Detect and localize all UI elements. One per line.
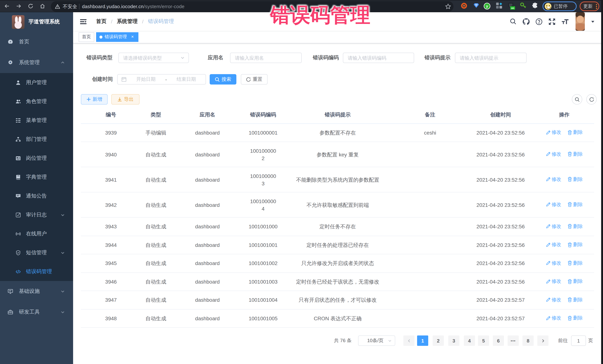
hamburger-icon[interactable] (80, 18, 87, 25)
edit-link[interactable]: 修改 (546, 314, 561, 322)
filter-app-input[interactable] (230, 53, 302, 63)
sidebar-item-auditlog[interactable]: 审计日志 (0, 205, 73, 224)
sidebar-item-sms[interactable]: 短信管理 (0, 243, 73, 262)
address-bar[interactable]: 不安全 dashboard.yudao.iocoder.cn/system/er… (51, 1, 453, 12)
tab-error-code-active[interactable]: 错误码管理 × (96, 32, 139, 42)
delete-link[interactable]: 删除 (567, 278, 583, 285)
sidebar-item-error-code[interactable]: 错误码管理 (0, 262, 73, 281)
browser-home-icon[interactable] (40, 3, 45, 9)
sidebar-item-dict[interactable]: 字典管理 (0, 167, 73, 187)
tab-close-icon[interactable]: × (130, 34, 135, 39)
edit-link[interactable]: 修改 (546, 201, 561, 208)
pagination-page-3[interactable]: 3 (448, 335, 459, 346)
sidebar-item-roles[interactable]: 角色管理 (0, 92, 73, 111)
pagination-prev-button[interactable] (403, 335, 415, 346)
extension-dark-on-icon[interactable]: on (508, 3, 514, 9)
edit-link[interactable]: 修改 (546, 151, 561, 158)
delete-link[interactable]: 删除 (567, 314, 583, 322)
breadcrumb-system[interactable]: 系统管理 (117, 18, 138, 25)
pagination-goto-input[interactable] (571, 335, 586, 346)
filter-msg-input-field[interactable] (455, 53, 526, 63)
pagination-page-1[interactable]: 1 (417, 335, 428, 346)
tab-home[interactable]: 首页 (79, 32, 94, 42)
filter-msg-label: 错误码提示 (425, 55, 451, 61)
paused-extension-pill[interactable]: 已暂停 (543, 1, 577, 11)
extension-blocks-icon[interactable] (496, 3, 502, 9)
help-icon[interactable] (535, 18, 543, 25)
filter-date-label: 创建时间 (92, 76, 113, 83)
sidebar-item-devtools[interactable]: 研发工具 (0, 302, 73, 322)
sidebar-item-departments[interactable]: 部门管理 (0, 130, 73, 149)
goto-page-field[interactable] (571, 338, 586, 343)
delete-link[interactable]: 删除 (567, 296, 583, 303)
sidebar-item-users[interactable]: 用户管理 (0, 73, 73, 92)
filter-code-input[interactable] (343, 53, 414, 63)
reset-button-label: 重置 (253, 76, 262, 83)
extension-y-icon[interactable]: y (484, 3, 490, 9)
col-header-actions: 操作 (534, 106, 594, 123)
edit-link[interactable]: 修改 (546, 296, 561, 303)
filter-type-select-input[interactable] (119, 53, 188, 63)
extension-gem-icon[interactable] (474, 3, 480, 9)
sidebar-item-online-users[interactable]: 在线用户 (0, 224, 73, 243)
edit-link[interactable]: 修改 (546, 176, 561, 183)
cell-code: 1001001000 (244, 217, 282, 236)
pagination-next-button[interactable] (537, 335, 548, 346)
sidebar-item-menus[interactable]: 菜单管理 (0, 111, 73, 130)
pagination-page-5[interactable]: 5 (478, 335, 489, 346)
toggle-search-circle-button[interactable] (572, 94, 582, 105)
delete-link[interactable]: 删除 (567, 241, 583, 248)
pagination-ellipsis[interactable]: ••• (508, 335, 519, 346)
browser-update-button[interactable]: 更新 (580, 1, 599, 11)
sidebar-item-notice[interactable]: 通知公告 (0, 187, 73, 205)
browser-reload-icon[interactable] (28, 3, 33, 9)
refresh-circle-button[interactable] (586, 94, 597, 105)
extension-orange-icon[interactable] (461, 3, 467, 9)
pagination-page-8[interactable]: 8 (522, 335, 533, 346)
sidebar-item-posts[interactable]: 岗位管理 (0, 149, 73, 167)
extensions-puzzle-icon[interactable] (532, 3, 538, 9)
extension-key-icon[interactable] (520, 3, 527, 9)
page-size-select[interactable]: 10条/页 (358, 335, 395, 346)
edit-link[interactable]: 修改 (546, 259, 561, 267)
edit-link[interactable]: 修改 (546, 278, 561, 285)
filter-app-input-field[interactable] (231, 53, 301, 63)
edit-link[interactable]: 修改 (546, 241, 561, 248)
browser-back-icon[interactable] (4, 3, 10, 9)
github-icon[interactable] (522, 18, 530, 25)
export-button[interactable]: 导出 (111, 94, 139, 105)
sidebar-item-label: 角色管理 (26, 98, 47, 105)
cell-id: 3942 (81, 192, 141, 217)
pagination-page-6[interactable]: 6 (493, 335, 504, 346)
browser-scrollbar[interactable] (601, 0, 603, 364)
edit-link[interactable]: 修改 (546, 223, 561, 230)
browser-forward-icon[interactable] (16, 3, 22, 9)
font-size-icon[interactable] (561, 18, 570, 25)
delete-link[interactable]: 删除 (567, 151, 583, 158)
filter-date-range[interactable]: 开始日期 - 结束日期 (117, 74, 206, 85)
pagination-page-4[interactable]: 4 (464, 335, 475, 346)
fullscreen-icon[interactable] (548, 18, 556, 25)
search-button[interactable]: 搜索 (210, 74, 236, 85)
user-menu-caret-icon[interactable] (591, 20, 595, 23)
sidebar-item-infra[interactable]: 基础设施 (0, 281, 73, 302)
sidebar-item-home[interactable]: 首页 (0, 32, 73, 52)
delete-link[interactable]: 删除 (567, 201, 583, 208)
reset-button[interactable]: 重置 (241, 74, 267, 85)
sidebar-logo[interactable]: 芋道管理系统 (0, 12, 73, 32)
filter-code-input-field[interactable] (343, 53, 414, 63)
edit-link[interactable]: 修改 (546, 129, 561, 136)
delete-link[interactable]: 删除 (567, 176, 583, 183)
bookmark-star-icon[interactable] (445, 3, 451, 10)
pagination-page-2[interactable]: 2 (433, 335, 444, 346)
delete-link[interactable]: 删除 (567, 129, 583, 136)
delete-link[interactable]: 删除 (567, 259, 583, 267)
user-avatar[interactable] (576, 12, 585, 31)
add-button[interactable]: 新增 (81, 94, 108, 105)
filter-msg-input[interactable] (455, 53, 527, 63)
sidebar-item-system[interactable]: 系统管理 (0, 52, 73, 73)
filter-type-select[interactable] (118, 53, 189, 63)
delete-link[interactable]: 删除 (567, 223, 583, 230)
breadcrumb-home[interactable]: 首页 (96, 18, 106, 25)
header-search-icon[interactable] (510, 18, 517, 25)
